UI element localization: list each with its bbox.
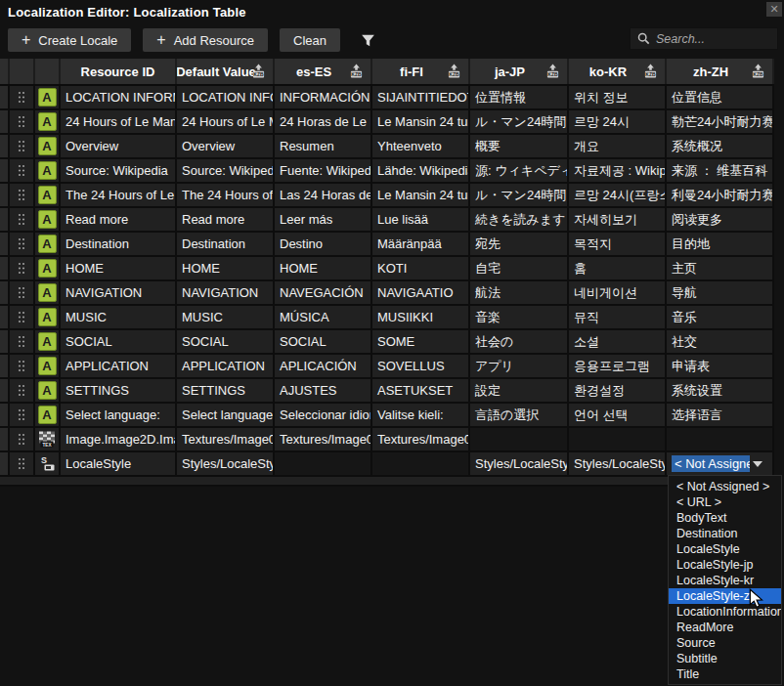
drag-handle-icon[interactable] [18,164,25,177]
cell-es-es[interactable]: Las 24 Horas de L [275,184,372,208]
drag-handle-icon[interactable] [18,140,25,152]
cell-ko-kr[interactable]: 르망 24시(프랑스 [569,184,667,208]
row-selector-gutter[interactable] [0,281,10,306]
cell-fi-fi[interactable]: KOTI [372,257,470,281]
cell-resource-id[interactable]: Select language: [61,404,177,428]
column-header-ja-jp[interactable]: ja-JP KZB [470,59,569,84]
cell-zh-zh[interactable]: < Not Assigne [667,452,774,477]
column-header-es-es[interactable]: es-ES KZB [275,59,372,84]
cell-es-es[interactable]: Resumen [275,135,372,159]
clean-button[interactable]: Clean [280,28,340,52]
dropdown-item-highlighted[interactable]: LocaleStyle-zh [669,588,781,604]
cell-ja-jp[interactable]: 位置情報 [470,86,569,110]
filter-icon[interactable] [360,32,376,49]
cell-resource-id[interactable]: SETTINGS [61,379,177,404]
row-drag-handle[interactable] [10,208,35,233]
row-drag-handle[interactable] [10,306,35,330]
dropdown-item[interactable]: LocaleStyle-kr [669,573,781,588]
row-selector-gutter[interactable] [0,135,10,159]
row-selector-gutter[interactable] [0,306,10,330]
dropdown-item[interactable]: < URL > [669,494,781,510]
cell-fi-fi[interactable]: Määränpää [372,233,470,257]
row-selector-gutter[interactable] [0,184,10,208]
kzb-export-icon[interactable]: KZB [348,64,365,79]
row-drag-handle[interactable] [10,86,35,110]
cell-es-es[interactable]: APLICACIÓN [275,355,372,379]
drag-handle-icon[interactable] [18,189,25,201]
cell-default-value[interactable]: Source: Wikipedia [177,159,275,184]
row-drag-handle[interactable] [10,330,35,355]
row-drag-handle[interactable] [10,257,35,281]
drag-handle-icon[interactable] [18,335,25,348]
dropdown-item[interactable]: LocaleStyle-jp [669,557,781,573]
row-drag-handle[interactable] [10,135,35,159]
cell-es-es[interactable]: Fuente: Wikipedia [275,159,372,184]
cell-ja-jp[interactable]: Styles/LocaleStyle [470,452,569,477]
cell-fi-fi[interactable]: SOME [372,330,470,355]
row-drag-handle[interactable] [10,281,35,306]
cell-zh-zh[interactable]: 目的地 [667,233,774,257]
cell-zh-zh[interactable]: 导航 [667,281,774,306]
cell-ko-kr[interactable]: 자세히보기 [569,208,667,233]
drag-handle-icon[interactable] [18,408,25,421]
row-selector-gutter[interactable] [0,257,10,281]
cell-default-value[interactable]: 24 Hours of Le M [177,110,275,135]
drag-handle-icon[interactable] [18,213,25,226]
row-selector-gutter[interactable] [0,330,10,355]
row-drag-handle[interactable] [10,233,35,257]
cell-es-es[interactable]: NAVEGACIÓN [275,281,372,306]
drag-handle-icon[interactable] [18,384,25,397]
row-selector-gutter[interactable] [0,355,10,379]
cell-default-value[interactable]: The 24 Hours of L [177,184,275,208]
row-drag-handle[interactable] [10,184,35,208]
row-drag-handle[interactable] [10,355,35,379]
cell-fi-fi[interactable]: Lue lisää [372,208,470,233]
kzb-export-icon[interactable]: KZB [544,64,561,79]
cell-ko-kr[interactable]: 응용프로그램 [569,355,667,379]
chevron-down-icon[interactable] [753,461,762,467]
cell-default-value[interactable]: Overview [177,135,275,159]
cell-ja-jp[interactable]: 設定 [470,379,569,404]
row-selector-gutter[interactable] [0,428,10,452]
cell-fi-fi[interactable] [372,452,470,477]
cell-ja-jp[interactable]: 社会の [470,330,569,355]
row-drag-handle[interactable] [10,110,35,135]
column-header-default-value[interactable]: Default Value KZB [177,59,275,84]
column-header-resource-id[interactable]: Resource ID [61,59,177,84]
drag-handle-icon[interactable] [18,91,25,104]
cell-default-value[interactable]: HOME [177,257,275,281]
cell-ko-kr[interactable]: 뮤직 [569,306,667,330]
cell-ko-kr[interactable]: 네비게이션 [569,281,667,306]
cell-fi-fi[interactable]: Le Mansin 24 tunn [372,184,470,208]
cell-zh-zh[interactable]: 系统设置 [667,379,774,404]
cell-ko-kr[interactable]: 자료제공 : Wikipe [569,159,667,184]
drag-handle-icon[interactable] [18,433,25,446]
cell-resource-id[interactable]: APPLICATION [61,355,177,379]
column-header-ko-kr[interactable]: ko-KR KZB [569,59,667,84]
cell-es-es[interactable]: Textures/Image02 [275,428,372,452]
dropdown-item[interactable]: Title [669,666,781,682]
cell-fi-fi[interactable]: Yhteenveto [372,135,470,159]
cell-fi-fi[interactable]: NAVIGAATIO [372,281,470,306]
kzb-export-icon[interactable]: KZB [446,64,462,79]
cell-ja-jp[interactable]: アプリ [470,355,569,379]
search-input[interactable]: Search... [630,27,778,50]
drag-handle-icon[interactable] [18,360,25,372]
row-selector-gutter[interactable] [0,86,10,110]
row-selector-gutter[interactable] [0,233,10,257]
cell-default-value[interactable]: SOCIAL [177,330,275,355]
cell-default-value[interactable]: Destination [177,233,275,257]
cell-default-value[interactable]: APPLICATION [177,355,275,379]
drag-handle-icon[interactable] [18,457,25,470]
cell-zh-zh[interactable]: 勒芒24小时耐力赛 [667,110,774,135]
row-drag-handle[interactable] [10,452,35,477]
cell-ja-jp[interactable]: 航法 [470,281,569,306]
dropdown-item[interactable]: Subtitle [669,651,781,666]
cell-fi-fi[interactable]: Lähde: Wikipedia [372,159,470,184]
cell-zh-zh[interactable]: 系统概况 [667,135,774,159]
cell-fi-fi[interactable]: Valitse kieli: [372,404,470,428]
cell-fi-fi[interactable]: SOVELLUS [372,355,470,379]
cell-zh-zh[interactable] [667,428,774,452]
cell-ko-kr[interactable]: 개요 [569,135,667,159]
cell-es-es[interactable]: 24 Horas de Le M [275,110,372,135]
